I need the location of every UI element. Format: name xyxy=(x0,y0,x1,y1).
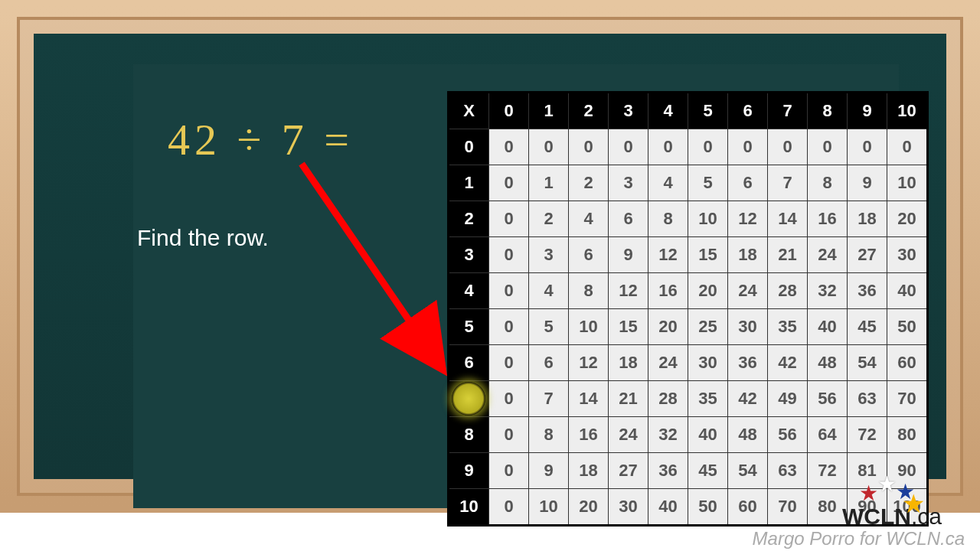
table-cell: 72 xyxy=(808,453,848,489)
col-header: 10 xyxy=(887,93,928,129)
table-cell: 64 xyxy=(808,417,848,453)
table-cell: 14 xyxy=(768,201,808,237)
table-cell: 0 xyxy=(848,129,887,165)
table-cell: 16 xyxy=(648,273,688,309)
table-cell: 0 xyxy=(489,309,529,345)
division-equation: 42 ÷ 7 = xyxy=(168,114,354,165)
row-header: 9 xyxy=(449,453,489,489)
logo-stars-icon: ★ ★ ★ ★ xyxy=(858,473,926,504)
table-cell: 0 xyxy=(768,129,808,165)
table-cell: 56 xyxy=(768,417,808,453)
table-cell: 12 xyxy=(569,345,609,381)
chalkboard-frame: 42 ÷ 7 = Find the row. X0123456789100000… xyxy=(0,0,980,513)
table-cell: 2 xyxy=(529,201,569,237)
table-cell: 40 xyxy=(808,309,848,345)
table-cell: 8 xyxy=(808,165,848,201)
row-header: 8 xyxy=(449,417,489,453)
row-header: 6 xyxy=(449,345,489,381)
table-cell: 8 xyxy=(529,417,569,453)
table-cell: 10 xyxy=(569,309,609,345)
instruction-text: Find the row. xyxy=(137,225,269,251)
table-cell: 4 xyxy=(529,273,569,309)
table-cell: 7 xyxy=(529,381,569,417)
multiplication-table: X012345678910000000000000101234567891020… xyxy=(447,91,929,527)
table-cell: 54 xyxy=(848,345,887,381)
table-cell: 8 xyxy=(648,201,688,237)
table-cell: 80 xyxy=(808,489,848,526)
table-cell: 0 xyxy=(489,201,529,237)
credit-text: Margo Porro for WCLN.ca xyxy=(753,528,965,549)
table-cell: 70 xyxy=(887,381,928,417)
table-cell: 18 xyxy=(848,201,887,237)
table-cell: 14 xyxy=(569,381,609,417)
table-cell: 32 xyxy=(808,273,848,309)
table-cell: 0 xyxy=(529,129,569,165)
row-header: 4 xyxy=(449,273,489,309)
table-cell: 27 xyxy=(848,237,887,273)
row-header: 1 xyxy=(449,165,489,201)
table-cell: 0 xyxy=(489,129,529,165)
table-cell: 0 xyxy=(489,453,529,489)
table-cell: 36 xyxy=(728,345,768,381)
table-cell: 42 xyxy=(728,381,768,417)
table-cell: 0 xyxy=(489,345,529,381)
table-cell: 1 xyxy=(529,165,569,201)
table-cell: 0 xyxy=(887,129,928,165)
table-cell: 10 xyxy=(688,201,728,237)
table-cell: 3 xyxy=(609,165,648,201)
table-cell: 30 xyxy=(887,237,928,273)
col-header: 6 xyxy=(728,93,768,129)
table-cell: 18 xyxy=(569,453,609,489)
table-cell: 30 xyxy=(609,489,648,526)
table-cell: 9 xyxy=(609,237,648,273)
table-cell: 16 xyxy=(808,201,848,237)
table-cell: 48 xyxy=(808,345,848,381)
table-cell: 15 xyxy=(688,237,728,273)
table-cell: 35 xyxy=(688,381,728,417)
row-header: 10 xyxy=(449,489,489,526)
table-cell: 12 xyxy=(609,273,648,309)
table-cell: 54 xyxy=(728,453,768,489)
table-cell: 0 xyxy=(489,381,529,417)
table-cell: 30 xyxy=(688,345,728,381)
table-cell: 27 xyxy=(609,453,648,489)
table-cell: 6 xyxy=(609,201,648,237)
row-header: 3 xyxy=(449,237,489,273)
table-cell: 7 xyxy=(768,165,808,201)
table-cell: 24 xyxy=(648,345,688,381)
row-header: 5 xyxy=(449,309,489,345)
col-header: 2 xyxy=(569,93,609,129)
table-cell: 9 xyxy=(529,453,569,489)
table-cell: 28 xyxy=(768,273,808,309)
table-cell: 20 xyxy=(688,273,728,309)
table-cell: 0 xyxy=(808,129,848,165)
table-cell: 40 xyxy=(887,273,928,309)
chalkboard: 42 ÷ 7 = Find the row. X0123456789100000… xyxy=(34,34,946,479)
table-cell: 70 xyxy=(768,489,808,526)
table-cell: 18 xyxy=(609,345,648,381)
table-cell: 40 xyxy=(688,417,728,453)
table-cell: 12 xyxy=(648,237,688,273)
table-cell: 0 xyxy=(489,165,529,201)
table-cell: 21 xyxy=(768,237,808,273)
col-header: 3 xyxy=(609,93,648,129)
table-cell: 28 xyxy=(648,381,688,417)
table-cell: 16 xyxy=(569,417,609,453)
row-header: 0 xyxy=(449,129,489,165)
table-cell: 0 xyxy=(609,129,648,165)
table-cell: 60 xyxy=(728,489,768,526)
table-cell: 20 xyxy=(887,201,928,237)
col-header: 0 xyxy=(489,93,529,129)
table-cell: 15 xyxy=(609,309,648,345)
col-header: 9 xyxy=(848,93,887,129)
table-cell: 2 xyxy=(569,165,609,201)
table-cell: 50 xyxy=(688,489,728,526)
table-cell: 36 xyxy=(648,453,688,489)
col-header: 7 xyxy=(768,93,808,129)
table-cell: 21 xyxy=(609,381,648,417)
table-cell: 5 xyxy=(529,309,569,345)
table-cell: 0 xyxy=(489,237,529,273)
table-cell: 10 xyxy=(529,489,569,526)
table-cell: 0 xyxy=(489,489,529,526)
table-cell: 56 xyxy=(808,381,848,417)
